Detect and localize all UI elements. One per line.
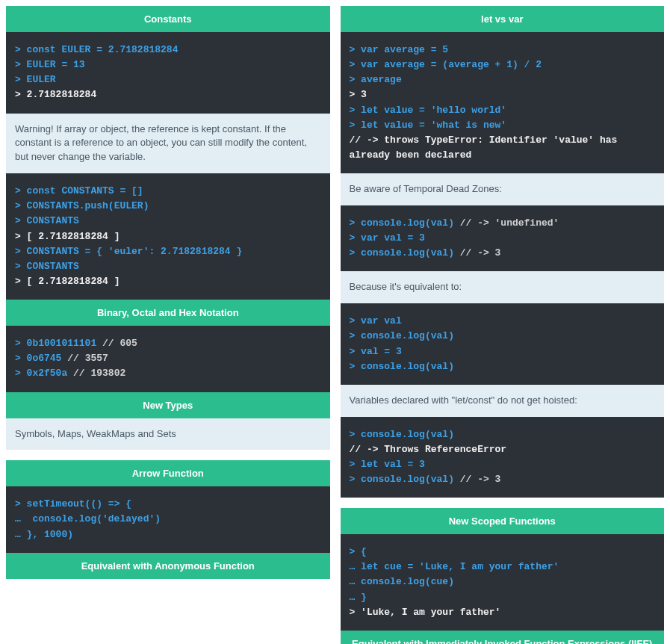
code-output: 'Luke, I am your father'	[361, 607, 500, 618]
prompt: >	[15, 200, 27, 211]
prompt: >	[15, 261, 27, 272]
prompt: >	[350, 429, 362, 440]
code-output: 2.7182818284	[27, 89, 97, 100]
newtypes-text: Symbols, Maps, WeakMaps and Sets	[6, 418, 330, 451]
ellipsis: …	[15, 513, 32, 524]
constants-warning: Warning! If array or object, the referen…	[6, 114, 330, 174]
code-line: average	[361, 74, 402, 85]
code-line: }	[361, 592, 367, 603]
letvar-note-2: Because it's equivalent to:	[341, 271, 665, 303]
code-output: // -> throws TypeError: Identifier 'valu…	[350, 134, 624, 161]
prompt: >	[350, 120, 362, 131]
code-line: CONSTANTS	[27, 261, 79, 272]
prompt: >	[350, 315, 362, 326]
letvar-header: let vs var	[341, 6, 665, 32]
constants-code-2: > const CONSTANTS = [] > CONSTANTS.push(…	[6, 173, 330, 300]
scoped-header: New Scoped Functions	[341, 508, 665, 534]
letvar-card: let vs var > var average = 5 > var avera…	[341, 6, 665, 498]
code-line: EULER	[27, 74, 56, 85]
arrow-header: Arrow Function	[6, 460, 330, 486]
prompt: >	[350, 474, 362, 485]
code-line: var val = 3	[361, 232, 425, 244]
newtypes-header: New Types	[6, 392, 330, 418]
arrow-card: Arrow Function > setTimeout(() => { … co…	[6, 460, 330, 578]
prompt: >	[15, 215, 27, 226]
ellipsis: …	[350, 576, 362, 587]
comment: // -> 3	[454, 474, 500, 485]
ellipsis: …	[350, 592, 362, 603]
code-line: console.log(val)	[361, 330, 454, 341]
code-line: console.log(val)	[361, 429, 454, 440]
constants-card: Constants > const EULER = 2.7182818284 >…	[6, 6, 330, 450]
prompt: >	[350, 44, 362, 55]
code-line: 0b1001011101	[27, 338, 97, 349]
code-output: [ 2.7182818284 ]	[27, 231, 120, 242]
prompt: >	[350, 247, 362, 258]
code-line: let value = 'what is new'	[361, 120, 506, 131]
prompt: >	[15, 368, 27, 379]
letvar-code-1: > var average = 5 > var average = (avera…	[341, 32, 665, 173]
prompt: >	[350, 89, 362, 100]
code-line: console.log(val)	[361, 247, 454, 258]
prompt: >	[350, 330, 362, 341]
ellipsis: …	[15, 529, 27, 540]
code-output: 3	[361, 89, 367, 100]
code-line: const CONSTANTS = []	[27, 185, 143, 196]
code-line: var average = (average + 1) / 2	[361, 59, 542, 70]
code-line: CONSTANTS = { 'euler': 2.7182818284 }	[27, 246, 243, 257]
code-line: console.log(val)	[361, 474, 454, 485]
prompt: >	[350, 346, 362, 357]
code-line: var average = 5	[361, 44, 448, 55]
columns: Constants > const EULER = 2.7182818284 >…	[6, 6, 664, 644]
comment: // -> 3	[454, 247, 500, 258]
letvar-note-3: Variables declared with "let/const" do n…	[341, 385, 665, 417]
comment: // 3557	[61, 353, 108, 364]
code-line: console.log(val)	[361, 361, 454, 372]
prompt: >	[350, 361, 362, 372]
prompt: >	[350, 59, 362, 70]
letvar-code-4: > console.log(val) // -> Throws Referenc…	[341, 417, 665, 498]
scoped-sub-header: Equivalent with Immediately Invoked Func…	[341, 631, 665, 644]
arrow-sub-header: Equivalent with Anonymous Function	[6, 553, 330, 579]
notation-code: > 0b1001011101 // 605 > 0o6745 // 3557 >…	[6, 326, 330, 391]
code-line: 0x2f50a	[27, 368, 68, 379]
code-line: 0o6745	[27, 353, 62, 364]
code-line: var val	[361, 315, 402, 326]
prompt: >	[15, 246, 27, 257]
scoped-code: > { … let cue = 'Luke, I am your father'…	[341, 534, 665, 631]
code-line: CONSTANTS	[27, 215, 79, 226]
letvar-code-2: > console.log(val) // -> 'undefined' > v…	[341, 205, 665, 271]
notation-header: Binary, Octal and Hex Notation	[6, 300, 330, 326]
code-output: [ 2.7182818284 ]	[27, 276, 120, 287]
prompt: >	[15, 89, 27, 100]
prompt: >	[15, 185, 27, 196]
comment: // -> 'undefined'	[454, 217, 559, 229]
right-column: let vs var > var average = 5 > var avera…	[341, 6, 665, 644]
prompt: >	[15, 44, 27, 55]
prompt: >	[350, 232, 362, 244]
code-line: console.log('delayed')	[32, 513, 161, 524]
code-output: // -> Throws ReferenceError	[350, 444, 507, 455]
code-line: val = 3	[361, 346, 402, 357]
prompt: >	[350, 546, 362, 557]
prompt: >	[15, 276, 27, 287]
prompt: >	[15, 353, 27, 364]
arrow-code: > setTimeout(() => { … console.log('dela…	[6, 486, 330, 552]
prompt: >	[350, 607, 362, 618]
prompt: >	[15, 59, 27, 70]
constants-header: Constants	[6, 6, 330, 32]
scoped-card: New Scoped Functions > { … let cue = 'Lu…	[341, 508, 665, 644]
code-line: EULER = 13	[27, 59, 85, 70]
prompt: >	[350, 105, 362, 116]
prompt: >	[350, 217, 362, 229]
code-line: setTimeout(() => {	[27, 498, 131, 510]
prompt: >	[350, 74, 362, 85]
code-line: console.log(cue)	[361, 576, 454, 587]
code-line: let val = 3	[361, 459, 425, 470]
ellipsis: …	[350, 561, 362, 572]
left-column: Constants > const EULER = 2.7182818284 >…	[6, 6, 330, 644]
code-line: const EULER = 2.7182818284	[27, 44, 179, 55]
code-line: let cue = 'Luke, I am your father'	[361, 561, 559, 572]
constants-code-1: > const EULER = 2.7182818284 > EULER = 1…	[6, 32, 330, 114]
comment: // 605	[96, 338, 137, 349]
